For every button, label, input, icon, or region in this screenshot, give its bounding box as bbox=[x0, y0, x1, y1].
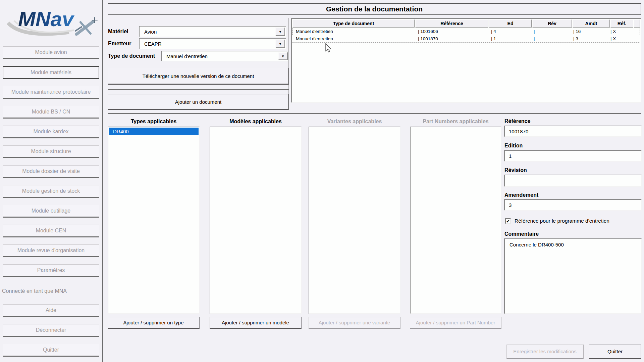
page-title: Gestion de la documentation bbox=[108, 3, 641, 15]
disconnect-button[interactable]: Déconnecter bbox=[3, 324, 99, 337]
emetteur-combobox[interactable]: CEAPR ▼ bbox=[139, 38, 286, 49]
chevron-down-icon[interactable]: ▼ bbox=[278, 52, 288, 60]
edition-field[interactable]: 1 bbox=[504, 150, 642, 162]
variantes-applicables-listbox bbox=[309, 127, 400, 314]
sidebar-module-button[interactable]: Module CEN bbox=[3, 225, 99, 237]
document-cell: 1 bbox=[488, 36, 530, 41]
document-cell: 4 bbox=[488, 29, 530, 34]
sidebar-modules: Module avionModule matérielsModule maint… bbox=[0, 46, 99, 284]
modeles-applicables-title: Modèles applicables bbox=[210, 119, 302, 125]
quit-button[interactable]: Quitter bbox=[589, 345, 641, 359]
sidebar-module-button[interactable]: Module matériels bbox=[3, 66, 99, 79]
sidebar-module-button[interactable]: Module revue d'organisation bbox=[3, 244, 99, 257]
part-numbers-applicables-listbox bbox=[410, 127, 501, 314]
commentaire-value: Concerne le DR400-500 bbox=[509, 242, 564, 247]
mnav-logo: MNav bbox=[2, 1, 100, 42]
add-remove-model-button[interactable]: Ajouter / supprimer un modèle bbox=[210, 317, 302, 329]
document-row[interactable]: Manuel d'entretien1001606416X bbox=[292, 28, 640, 35]
separator bbox=[288, 18, 288, 110]
commentaire-label: Commentaire bbox=[504, 231, 539, 237]
type-document-combobox[interactable]: Manuel d'entretien ▼ bbox=[161, 51, 289, 61]
documents-table-body: Manuel d'entretien1001606416XManuel d'en… bbox=[292, 28, 640, 43]
sidebar: MNav Module avionModule matérielsModule … bbox=[0, 0, 103, 362]
sidebar-module-button[interactable]: Module maintenance protocolaire bbox=[3, 86, 99, 99]
column-header[interactable]: Ed bbox=[489, 19, 532, 28]
materiel-combobox[interactable]: Avion ▼ bbox=[139, 26, 286, 37]
reference-programme-label: Référence pour le programme d'entretien bbox=[515, 218, 609, 224]
add-document-button[interactable]: Ajouter un document bbox=[108, 94, 289, 110]
sidebar-module-button[interactable]: Module kardex bbox=[3, 126, 99, 138]
document-cell: Manuel d'entretien bbox=[292, 36, 415, 41]
airplane-icon bbox=[75, 17, 97, 34]
document-cell: X bbox=[607, 36, 630, 41]
add-remove-part-number-button: Ajouter / supprimer un Part Number bbox=[410, 317, 501, 329]
column-header[interactable]: Réf. bbox=[610, 19, 633, 28]
variantes-applicables-title: Variantes applicables bbox=[309, 119, 400, 125]
column-header[interactable]: Amdt bbox=[573, 19, 610, 28]
document-cell: 3 bbox=[570, 36, 607, 41]
sidebar-module-button[interactable]: Module dossier de visite bbox=[3, 165, 99, 178]
documents-table[interactable]: Type de document Référence Ed Rév Amdt R… bbox=[291, 18, 641, 103]
connected-user-text: Connecté en tant que MNA bbox=[2, 288, 67, 294]
emetteur-value: CEAPR bbox=[140, 39, 275, 48]
download-new-version-button[interactable]: Télécharger une nouvelle version de ce d… bbox=[108, 68, 289, 85]
sidebar-quit-button[interactable]: Quitter bbox=[3, 344, 99, 357]
document-cell bbox=[530, 36, 570, 41]
logo-text: MNav bbox=[18, 7, 75, 31]
amendement-label: Amendement bbox=[504, 192, 538, 198]
reference-programme-checkbox[interactable] bbox=[505, 218, 511, 224]
sidebar-module-button[interactable]: Module structure bbox=[3, 145, 99, 158]
materiel-label: Matériel bbox=[108, 26, 128, 37]
commentaire-textarea[interactable]: Concerne le DR400-500 bbox=[504, 238, 642, 314]
document-cell: 1001606 bbox=[415, 29, 488, 34]
modeles-applicables-listbox[interactable] bbox=[210, 127, 302, 314]
revision-field[interactable] bbox=[504, 175, 642, 187]
list-item[interactable]: DR400 bbox=[109, 128, 199, 135]
types-applicables-listbox[interactable]: DR400 bbox=[108, 127, 200, 314]
save-modifications-button: Enregistrer les modifications bbox=[506, 345, 584, 359]
column-header[interactable]: Type de document bbox=[292, 19, 415, 28]
document-cell: 1001870 bbox=[415, 36, 488, 41]
chevron-down-icon[interactable]: ▼ bbox=[275, 27, 285, 36]
amendement-field[interactable]: 3 bbox=[504, 199, 642, 211]
reference-label: Référence bbox=[504, 118, 530, 124]
document-cell: 16 bbox=[570, 29, 607, 34]
edition-label: Edition bbox=[504, 143, 523, 149]
column-header[interactable]: Rév bbox=[532, 19, 572, 28]
reference-field[interactable]: 1001870 bbox=[504, 126, 642, 137]
amendement-value: 3 bbox=[509, 202, 512, 208]
document-cell: Manuel d'entretien bbox=[292, 29, 415, 34]
reference-value: 1001870 bbox=[509, 129, 528, 134]
edition-value: 1 bbox=[509, 153, 512, 159]
materiel-value: Avion bbox=[140, 27, 275, 36]
sidebar-module-button[interactable]: Module avion bbox=[3, 46, 99, 59]
add-remove-variant-button: Ajouter / supprimer une variante bbox=[309, 317, 400, 329]
document-row[interactable]: Manuel d'entretien100187013X bbox=[292, 35, 640, 43]
type-document-label: Type de document bbox=[108, 51, 155, 61]
type-document-value: Manuel d'entretien bbox=[162, 52, 278, 60]
types-applicables-title: Types applicables bbox=[108, 119, 200, 125]
help-button[interactable]: Aide bbox=[3, 304, 99, 317]
sidebar-module-button[interactable]: Paramètres bbox=[3, 264, 99, 277]
revision-label: Révision bbox=[504, 167, 527, 173]
part-numbers-applicables-title: Part Numbers applicables bbox=[410, 119, 501, 125]
add-remove-type-button[interactable]: Ajouter / supprimer un type bbox=[108, 317, 200, 329]
sidebar-module-button[interactable]: Module BS / CN bbox=[3, 106, 99, 119]
sidebar-module-button[interactable]: Module gestion de stock bbox=[3, 185, 99, 198]
document-cell: X bbox=[607, 29, 630, 34]
separator bbox=[108, 113, 641, 114]
separator bbox=[108, 89, 289, 90]
document-cell bbox=[530, 29, 570, 34]
emetteur-label: Emetteur bbox=[108, 38, 131, 49]
sidebar-module-button[interactable]: Module outillage bbox=[3, 205, 99, 218]
column-header[interactable]: Référence bbox=[415, 19, 488, 28]
column-header-filler bbox=[634, 19, 640, 28]
chevron-down-icon[interactable]: ▼ bbox=[275, 39, 285, 48]
documents-table-header: Type de document Référence Ed Rév Amdt R… bbox=[292, 19, 640, 28]
